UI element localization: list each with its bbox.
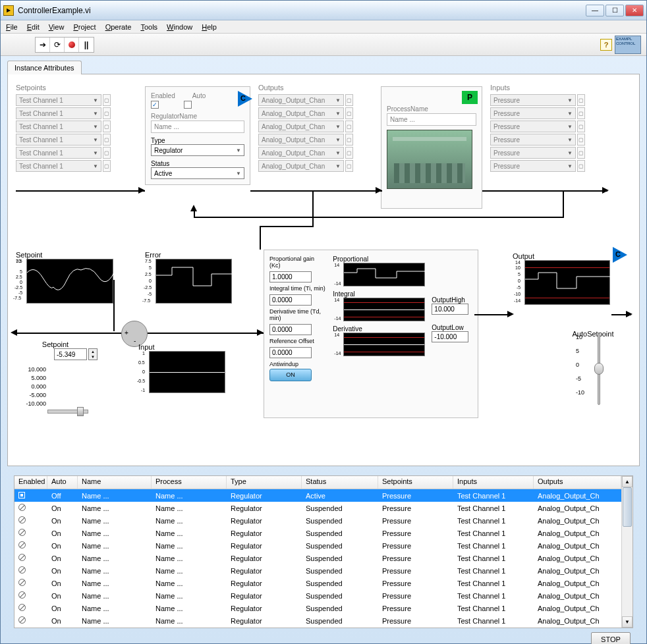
output-select-3[interactable]: Analog_Output_Chan▼ — [258, 134, 344, 146]
setpoint-select-0[interactable]: Test Channel 1▼ — [16, 94, 101, 106]
setpoint-dim-4[interactable]: ▢ — [103, 147, 111, 159]
minimize-button[interactable]: — — [586, 5, 604, 16]
setpoint-dim-0[interactable]: ▢ — [103, 94, 111, 106]
close-button[interactable]: ✕ — [625, 5, 644, 16]
table-row[interactable]: On Name ... Name ... Regulator Suspended… — [14, 552, 621, 564]
ti-input[interactable] — [269, 294, 312, 306]
setpoint-select-1[interactable]: Test Channel 1▼ — [16, 107, 101, 119]
connector-pane[interactable]: EXAMPL CONTROL — [615, 36, 641, 54]
table-scrollbar[interactable]: ▲ ▼ — [621, 476, 633, 628]
table-row[interactable]: Off Name ... Name ... Regulator Active P… — [14, 489, 621, 502]
output-dim-3[interactable]: ▢ — [345, 134, 353, 146]
stop-button[interactable]: STOP — [591, 632, 631, 644]
antiwindup-button[interactable]: ON — [269, 369, 312, 381]
scroll-up-button[interactable]: ▲ — [622, 476, 633, 487]
input-dim-0[interactable]: ▢ — [577, 94, 585, 106]
menu-help[interactable]: Help — [202, 23, 217, 31]
td-input[interactable] — [269, 324, 312, 335]
input-dim-3[interactable]: ▢ — [577, 134, 585, 146]
enabled-checkbox[interactable]: ✓ — [151, 101, 159, 109]
menu-window[interactable]: Window — [167, 23, 192, 31]
derivative-label: Derivative — [333, 325, 425, 333]
setpoint-select-4[interactable]: Test Channel 1▼ — [16, 147, 101, 159]
setpoint-spinner[interactable]: ▲▼ — [88, 348, 98, 360]
input-select-4[interactable]: Pressure▼ — [490, 147, 576, 159]
setpoint-select-3[interactable]: Test Channel 1▼ — [16, 134, 101, 146]
input-dim-1[interactable]: ▢ — [577, 107, 585, 119]
output-low-input[interactable] — [432, 331, 468, 342]
input-dim-4[interactable]: ▢ — [577, 147, 585, 159]
th-process[interactable]: Process — [152, 476, 227, 489]
ref-input[interactable] — [269, 347, 312, 358]
input-select-2[interactable]: Pressure▼ — [490, 121, 576, 132]
output-dim-5[interactable]: ▢ — [345, 160, 353, 172]
th-inputs[interactable]: Inputs — [453, 476, 534, 489]
menu-project[interactable]: Project — [73, 23, 96, 31]
scroll-down-button[interactable]: ▼ — [622, 616, 633, 628]
th-auto[interactable]: Auto — [47, 476, 78, 489]
menu-tools[interactable]: Tools — [140, 23, 157, 31]
output-select-2[interactable]: Analog_Output_Chan▼ — [258, 121, 344, 132]
table-row[interactable]: On Name ... Name ... Regulator Suspended… — [14, 614, 621, 627]
setpoint-dim-2[interactable]: ▢ — [103, 121, 111, 132]
table-row[interactable]: On Name ... Name ... Regulator Suspended… — [14, 502, 621, 514]
menu-view[interactable]: View — [49, 23, 65, 31]
table-row[interactable]: On Name ... Name ... Regulator Suspended… — [14, 564, 621, 577]
input-select-0[interactable]: Pressure▼ — [490, 94, 576, 106]
th-status[interactable]: Status — [302, 476, 378, 489]
pause-button[interactable]: || — [79, 38, 94, 52]
input-select-5[interactable]: Pressure▼ — [490, 160, 576, 172]
input-dim-2[interactable]: ▢ — [577, 121, 585, 132]
setpoint-dim-3[interactable]: ▢ — [103, 134, 111, 146]
th-setpoints[interactable]: Setpoints — [378, 476, 453, 489]
setpoint-dim-1[interactable]: ▢ — [103, 107, 111, 119]
abort-button[interactable] — [65, 38, 79, 52]
output-dim-0[interactable]: ▢ — [345, 94, 353, 106]
setpoint-value[interactable]: -5.349 — [54, 348, 87, 360]
output-dim-1[interactable]: ▢ — [345, 107, 353, 119]
th-name[interactable]: Name — [78, 476, 152, 489]
th-type[interactable]: Type — [227, 476, 302, 489]
output-select-4[interactable]: Analog_Output_Chan▼ — [258, 147, 344, 159]
output-select-5[interactable]: Analog_Output_Chan▼ — [258, 160, 344, 172]
scrollbar-thumb[interactable] — [623, 487, 632, 527]
kc-input[interactable] — [269, 271, 312, 282]
help-icon[interactable]: ? — [600, 39, 612, 51]
auto-checkbox[interactable] — [184, 101, 192, 109]
table-row[interactable]: On Name ... Name ... Regulator Suspended… — [14, 589, 621, 602]
process-box: P ProcessName — [381, 86, 482, 209]
input-select-3[interactable]: Pressure▼ — [490, 134, 576, 146]
output-dim-4[interactable]: ▢ — [345, 147, 353, 159]
type-select[interactable]: Regulator▼ — [151, 144, 244, 156]
menu-file[interactable]: File — [6, 23, 18, 31]
input-dim-5[interactable]: ▢ — [577, 160, 585, 172]
output-select-0[interactable]: Analog_Output_Chan▼ — [258, 94, 344, 106]
setpoint-slider[interactable] — [47, 410, 88, 414]
menu-edit[interactable]: Edit — [27, 23, 40, 31]
menu-operate[interactable]: Operate — [105, 23, 132, 31]
run-button[interactable]: ➔ — [36, 38, 50, 52]
output-select-1[interactable]: Analog_Output_Chan▼ — [258, 107, 344, 119]
regulator-name-input[interactable] — [151, 121, 244, 133]
table-row[interactable]: On Name ... Name ... Regulator Suspended… — [14, 514, 621, 527]
table-row[interactable]: On Name ... Name ... Regulator Suspended… — [14, 539, 621, 552]
th-enabled[interactable]: Enabled — [14, 476, 47, 489]
run-continuous-button[interactable]: ⟳ — [50, 38, 65, 52]
output-high-input[interactable] — [432, 304, 468, 315]
table-row[interactable]: On Name ... Name ... Regulator Suspended… — [14, 602, 621, 614]
table-row[interactable]: On Name ... Name ... Regulator Suspended… — [14, 577, 621, 589]
setpoint-dim-5[interactable]: ▢ — [103, 160, 111, 172]
status-select[interactable]: Active▼ — [151, 167, 244, 179]
setpoint-select-5[interactable]: Test Channel 1▼ — [16, 160, 101, 172]
input-select-1[interactable]: Pressure▼ — [490, 107, 576, 119]
slider-thumb[interactable] — [594, 363, 604, 375]
autosetpoint-slider[interactable]: 10 5 0 -5 -10 — [593, 334, 605, 405]
maximize-button[interactable]: ☐ — [605, 5, 624, 16]
th-outputs[interactable]: Outputs — [534, 476, 621, 489]
tab-instance-attributes[interactable]: Instance Attributes — [7, 61, 82, 74]
table-row[interactable]: On Name ... Name ... Regulator Suspended… — [14, 527, 621, 539]
output-dim-2[interactable]: ▢ — [345, 121, 353, 132]
slider-thumb[interactable] — [77, 407, 84, 416]
process-name-input[interactable] — [387, 113, 476, 126]
setpoint-select-2[interactable]: Test Channel 1▼ — [16, 121, 101, 132]
